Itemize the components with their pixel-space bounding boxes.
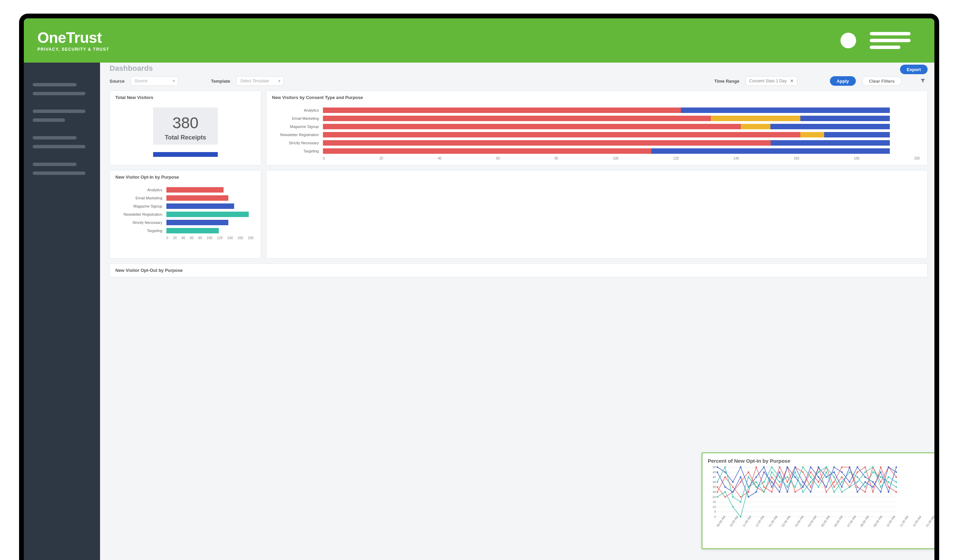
svg-point-108 [825, 471, 827, 473]
bar-segment [323, 132, 800, 137]
svg-point-38 [841, 467, 843, 468]
sidebar-item[interactable] [33, 163, 77, 166]
total-bar [153, 152, 218, 157]
menu-icon[interactable] [870, 32, 911, 49]
svg-point-119 [725, 486, 726, 488]
sidebar-item[interactable] [33, 110, 85, 113]
chart-consent: AnalyticsEmail MarketingMagazine SignupN… [267, 104, 927, 165]
source-placeholder: Source [134, 78, 147, 83]
timerange-chip[interactable]: Consent Stats 1 Day ✕ [745, 76, 797, 86]
export-button[interactable]: Export [900, 65, 928, 74]
svg-point-145 [740, 501, 741, 503]
card-optout-by-purpose: New Visitor Opt-Out by Purpose [110, 263, 928, 277]
svg-point-147 [755, 486, 757, 488]
chart-category-label: Email Marketing [269, 117, 320, 120]
bar-segment [800, 116, 890, 121]
svg-point-68 [888, 486, 889, 488]
svg-point-131 [818, 476, 819, 478]
svg-point-34 [810, 486, 811, 488]
svg-point-53 [771, 476, 772, 478]
svg-point-84 [825, 476, 827, 478]
svg-point-136 [857, 467, 858, 468]
svg-point-85 [833, 471, 835, 473]
timerange-value: Consent Stats 1 Day [749, 78, 787, 83]
svg-point-165 [896, 482, 897, 483]
svg-point-24 [732, 486, 733, 488]
bar-segment [824, 132, 890, 137]
chevron-down-icon: ▾ [278, 78, 280, 83]
svg-point-78 [779, 471, 780, 473]
total-box: 380 Total Receipts [153, 108, 218, 145]
bar-segment [323, 108, 681, 113]
svg-point-155 [818, 471, 819, 473]
svg-point-90 [872, 486, 873, 488]
svg-point-89 [864, 482, 866, 483]
close-icon[interactable]: ✕ [790, 78, 793, 83]
svg-point-160 [857, 482, 858, 483]
apply-button[interactable]: Apply [830, 76, 856, 86]
total-value: 380 [153, 113, 218, 132]
bar-segment [167, 228, 219, 233]
svg-point-62 [841, 476, 843, 478]
card-title: New Visitors by Consent Type and Purpose [267, 91, 927, 104]
clear-filters-button[interactable]: Clear Filters [862, 76, 902, 86]
bar-segment [323, 116, 711, 121]
svg-point-133 [833, 467, 835, 468]
bar-segment [167, 187, 223, 193]
bar-segment [711, 116, 800, 121]
chart-category-label: Targeting [113, 228, 164, 233]
svg-point-95 [725, 491, 726, 493]
svg-point-69 [896, 491, 897, 493]
svg-point-116 [888, 482, 889, 483]
avatar[interactable] [840, 33, 856, 48]
svg-point-81 [802, 482, 803, 483]
card-total-visitors: Total New Visitors 380 Total Receipts [110, 90, 261, 165]
svg-point-148 [763, 482, 765, 483]
svg-point-83 [818, 467, 819, 468]
card-optin-by-purpose: New Visitor Opt-In by Purpose AnalyticsE… [110, 170, 261, 258]
svg-point-47 [725, 496, 726, 497]
svg-point-41 [864, 491, 866, 493]
svg-point-77 [771, 486, 772, 488]
svg-point-149 [771, 467, 772, 468]
sidebar-item[interactable] [33, 172, 85, 175]
sidebar-item[interactable] [33, 83, 77, 87]
chart-category-label: Strictly Necessary [113, 220, 164, 225]
bar-segment [167, 203, 234, 209]
line-chart-x-labels: 09:00 AM10:00 AM11:00 AM12:00 PM01:00 PM… [716, 526, 939, 529]
svg-point-102 [779, 482, 780, 483]
sidebar-item[interactable] [33, 118, 65, 122]
sidebar-item[interactable] [33, 136, 77, 140]
card-percent-optin: Percent of New Opt-In by Purpose 0510152… [702, 452, 939, 549]
svg-point-137 [864, 476, 866, 478]
filter-icon[interactable] [918, 76, 928, 86]
chart-category-label: Targeting [269, 149, 320, 153]
chart-category-label: Newsletter Registration [113, 212, 164, 217]
svg-point-66 [872, 491, 873, 493]
sidebar-item[interactable] [33, 92, 85, 95]
svg-point-126 [779, 491, 780, 493]
card-title: Total New Visitors [110, 91, 261, 104]
svg-point-163 [880, 486, 881, 488]
svg-point-25 [740, 496, 741, 497]
svg-point-99 [755, 482, 757, 483]
chart-category-label: Magazine Signup [269, 125, 320, 128]
chart-category-label: Email Marketing [113, 196, 164, 200]
bar-segment [323, 148, 651, 154]
template-select[interactable]: Select Template ▾ [236, 76, 284, 86]
sidebar-item[interactable] [33, 145, 85, 148]
source-label: Source [110, 78, 125, 84]
svg-point-152 [794, 471, 795, 473]
chart-category-label: Analytics [269, 108, 320, 112]
chevron-down-icon: ▾ [173, 78, 175, 83]
svg-point-27 [755, 467, 757, 468]
bar-segment [651, 148, 890, 154]
svg-point-143 [725, 467, 726, 468]
svg-point-43 [880, 482, 881, 483]
page-title: Dashboards [110, 64, 153, 73]
svg-point-104 [794, 486, 795, 488]
sidebar [24, 63, 100, 560]
source-select[interactable]: Source ▾ [131, 76, 178, 86]
svg-point-29 [771, 491, 772, 493]
svg-point-92 [888, 491, 889, 493]
